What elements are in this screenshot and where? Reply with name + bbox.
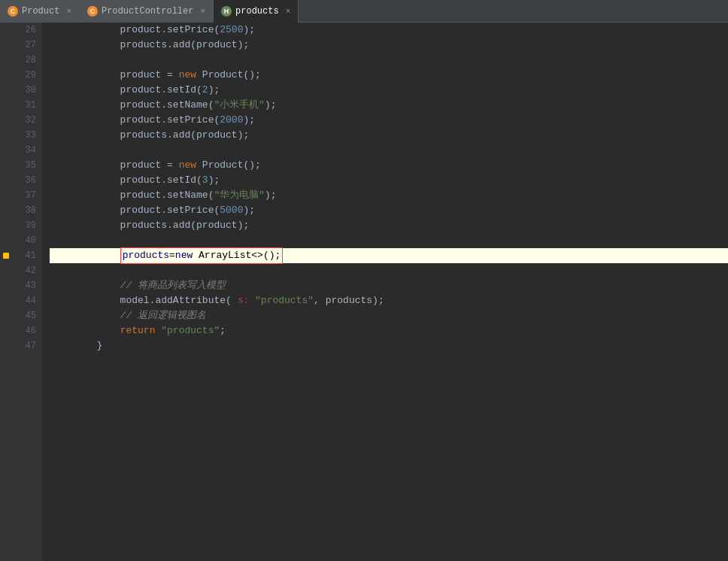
gutter-line-32 [0,113,12,128]
gutter-line-35 [0,158,12,173]
ln-45: 45 [15,308,36,323]
ln-36: 36 [15,173,36,188]
tab-bar: C Product × C ProductController × H prod… [0,0,728,23]
gutter-line-44 [0,293,12,308]
tab-products[interactable]: H products × [214,0,299,23]
gutter-line-40 [0,233,12,248]
code-line-45: // 返回逻辑视图名 [50,308,728,323]
gutter [0,23,12,561]
code-line-39: products.add(product); [50,218,728,233]
gutter-line-30 [0,83,12,98]
ln-29: 29 [15,68,36,83]
gutter-line-45 [0,308,12,323]
tab-product[interactable]: C Product × [0,0,80,23]
ln-46: 46 [15,323,36,338]
ln-33: 33 [15,128,36,143]
gutter-line-28 [0,53,12,68]
code-line-46: return "products"; [50,323,728,338]
ln-41: 41 [15,248,36,263]
highlight-expression-41: products=new ArrayList<>(); [120,247,284,264]
gutter-line-38 [0,203,12,218]
ln-43: 43 [15,278,36,293]
tab-product-close[interactable]: × [66,7,71,16]
code-line-34 [50,143,728,158]
gutter-line-27 [0,38,12,53]
gutter-line-46 [0,323,12,338]
code-line-47: } [50,338,728,353]
tab-controller[interactable]: C ProductController × [80,0,214,23]
ln-44: 44 [15,293,36,308]
code-line-26: product.setPrice(2500); [50,23,728,38]
tab-products-close[interactable]: × [286,7,291,16]
ln-40: 40 [15,233,36,248]
gutter-line-41 [0,248,12,263]
gutter-line-39 [0,218,12,233]
code-line-44: model.addAttribute( s: "products", produ… [50,293,728,308]
ln-26: 26 [15,23,36,38]
gutter-line-34 [0,143,12,158]
gutter-line-47 [0,338,12,353]
gutter-line-42 [0,263,12,278]
tab-products-icon: H [221,6,232,17]
tab-controller-close[interactable]: × [200,7,205,16]
code-line-43: // 将商品列表写入模型 [50,278,728,293]
ln-38: 38 [15,203,36,218]
code-line-27: products.add(product); [50,38,728,53]
ln-47: 47 [15,338,36,353]
code-line-30: product.setId(2); [50,83,728,98]
tab-product-icon: C [8,6,18,17]
code-line-41: products=new ArrayList<>(); [50,248,728,263]
warning-icon-41 [3,253,9,259]
tab-controller-icon: C [87,6,98,17]
ln-35: 35 [15,158,36,173]
code-line-29: product = new Product(); [50,68,728,83]
ln-30: 30 [15,83,36,98]
code-line-40 [50,233,728,248]
code-line-33: products.add(product); [50,128,728,143]
code-line-32: product.setPrice(2000); [50,113,728,128]
code-area: 26 27 28 29 30 31 32 33 34 35 36 37 38 3… [0,23,728,561]
ln-31: 31 [15,98,36,113]
code-line-31: product.setName("小米手机"); [50,98,728,113]
gutter-line-36 [0,173,12,188]
code-line-28 [50,53,728,68]
ln-27: 27 [15,38,36,53]
code-line-38: product.setPrice(5000); [50,203,728,218]
code-lines[interactable]: product.setPrice(2500); products.add(pro… [42,23,728,561]
gutter-line-31 [0,98,12,113]
gutter-line-26 [0,23,12,38]
ln-39: 39 [15,218,36,233]
ln-28: 28 [15,53,36,68]
ln-34: 34 [15,143,36,158]
ln-32: 32 [15,113,36,128]
code-line-36: product.setId(3); [50,173,728,188]
gutter-line-37 [0,188,12,203]
gutter-line-43 [0,278,12,293]
code-line-42 [50,263,728,278]
code-line-35: product = new Product(); [50,158,728,173]
gutter-line-33 [0,128,12,143]
line-numbers: 26 27 28 29 30 31 32 33 34 35 36 37 38 3… [12,23,42,561]
code-line-37: product.setName("华为电脑"); [50,188,728,203]
tab-products-label: products [235,6,279,17]
ln-37: 37 [15,188,36,203]
tab-product-label: Product [22,6,59,17]
ln-42: 42 [15,263,36,278]
tab-controller-label: ProductController [102,6,193,17]
gutter-line-29 [0,68,12,83]
